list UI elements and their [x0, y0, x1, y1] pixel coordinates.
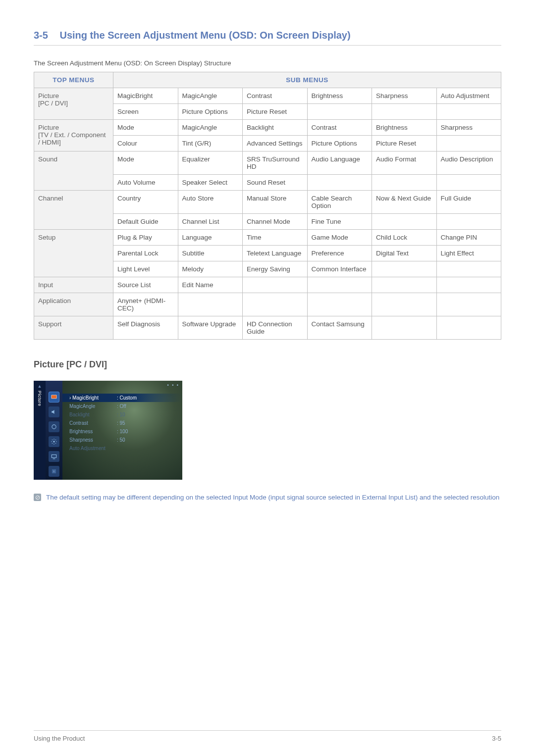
sub-menu-cell: Channel List	[178, 214, 243, 230]
sub-menu-cell: Change PIN	[436, 230, 501, 246]
sub-menu-cell: Audio Description	[436, 151, 501, 175]
table-row: InputSource ListEdit Name	[34, 277, 501, 293]
sub-menu-cell: Brightness	[372, 120, 437, 136]
sub-menu-cell	[436, 175, 501, 191]
osd-body: • • • MagicBright: CustomMagicAngle: Off…	[62, 381, 182, 480]
sub-menu-cell: Anynet+ (HDMI-CEC)	[113, 293, 178, 316]
sub-menu-cell	[436, 214, 501, 230]
sub-menu-cell: Fine Tune	[307, 214, 372, 230]
svg-point-1	[52, 425, 56, 429]
th-sub-menus: SUB MENUS	[113, 72, 501, 88]
osd-structure-table: TOP MENUS SUB MENUS Picture [PC / DVI]Ma…	[34, 72, 501, 340]
sub-menu-cell: Auto Store	[178, 191, 243, 214]
sub-menu-cell: Picture Reset	[243, 104, 308, 120]
sub-menu-cell: Screen	[113, 104, 178, 120]
sub-menu-cell: Edit Name	[178, 277, 243, 293]
svg-point-2	[53, 441, 55, 443]
sub-menu-cell: Audio Language	[307, 151, 372, 175]
sub-menu-cell: SRS TruSurround HD	[243, 151, 308, 175]
osd-menu-item: Auto Adjustment	[62, 444, 182, 453]
sub-menu-cell: Teletext Language	[243, 246, 308, 261]
input-icon	[49, 451, 59, 462]
sub-menu-cell: Self Diagnosis	[113, 316, 178, 340]
sub-menu-cell	[307, 175, 372, 191]
sub-menu-cell	[243, 277, 308, 293]
osd-item-value: : Off	[117, 403, 126, 409]
top-menu-cell: Support	[34, 316, 113, 340]
sub-menu-cell: Cable Search Option	[307, 191, 372, 214]
osd-screenshot: ▲ Picture i • • • MagicBright: CustomMag…	[34, 381, 182, 480]
sub-menu-cell	[436, 104, 501, 120]
sub-menu-cell	[372, 316, 437, 340]
sub-menu-cell: MagicAngle	[178, 120, 243, 136]
subsection-heading: Picture [PC / DVI]	[34, 359, 501, 370]
sub-menu-cell: Melody	[178, 261, 243, 277]
sub-menu-cell: Plug & Play	[113, 230, 178, 246]
sub-menu-cell: Time	[243, 230, 308, 246]
sub-menu-cell	[372, 293, 437, 316]
osd-menu-item: Brightness: 100	[62, 427, 182, 436]
sub-menu-cell: Advanced Settings	[243, 136, 308, 151]
table-row: SupportSelf DiagnosisSoftware UpgradeHD …	[34, 316, 501, 340]
sub-menu-cell: Now & Next Guide	[372, 191, 437, 214]
sub-menu-cell: Light Effect	[436, 246, 501, 261]
channel-icon	[49, 421, 59, 432]
sub-menu-cell: Parental Lock	[113, 246, 178, 261]
sub-menu-cell: Speaker Select	[178, 175, 243, 191]
sub-menu-cell	[372, 261, 437, 277]
osd-item-label: Backlight	[69, 412, 117, 417]
sub-menu-cell: Equalizer	[178, 151, 243, 175]
osd-item-label: Contrast	[69, 420, 117, 426]
osd-icon-strip: i	[46, 381, 62, 480]
sub-menu-cell: HD Connection Guide	[243, 316, 308, 340]
sub-menu-cell: Contrast	[307, 120, 372, 136]
osd-item-value: : 10	[117, 412, 125, 417]
svg-rect-0	[52, 395, 57, 399]
sub-menu-cell	[436, 261, 501, 277]
sub-menu-cell: Mode	[113, 120, 178, 136]
sub-menu-cell: Game Mode	[307, 230, 372, 246]
section-title: 3-5 Using the Screen Adjustment Menu (OS…	[34, 30, 501, 46]
osd-item-label: MagicAngle	[69, 403, 117, 409]
note: The default setting may be different dep…	[34, 493, 501, 503]
sub-menu-cell: Sharpness	[372, 88, 437, 104]
page-footer: Using the Product 3-5	[34, 730, 501, 742]
top-menu-cell: Input	[34, 277, 113, 293]
picture-icon	[49, 392, 59, 403]
sub-menu-cell: Source List	[113, 277, 178, 293]
sub-menu-cell: Common Interface	[307, 261, 372, 277]
sub-menu-cell	[243, 293, 308, 316]
sub-menu-cell: Mode	[113, 151, 178, 175]
svg-line-7	[36, 496, 39, 499]
sub-menu-cell	[436, 136, 501, 151]
top-menu-cell: Setup	[34, 230, 113, 277]
table-row: ChannelCountryAuto StoreManual StoreCabl…	[34, 191, 501, 214]
osd-menu-item: Contrast: 95	[62, 419, 182, 427]
sub-menu-cell: Picture Options	[307, 136, 372, 151]
sound-icon	[49, 406, 59, 417]
osd-sidebar-label: Picture	[37, 391, 42, 406]
section-number: 3-5	[34, 30, 48, 41]
sub-menu-cell	[372, 277, 437, 293]
osd-menu-item: MagicAngle: Off	[62, 402, 182, 410]
sub-menu-cell	[372, 104, 437, 120]
sub-menu-cell: Picture Reset	[372, 136, 437, 151]
svg-text:i: i	[54, 470, 54, 473]
sub-menu-cell: Tint (G/R)	[178, 136, 243, 151]
table-row: Picture [TV / Ext. / Component / HDMI]Mo…	[34, 120, 501, 136]
top-menu-cell: Channel	[34, 191, 113, 230]
sub-menu-cell: Backlight	[243, 120, 308, 136]
sub-menu-cell: MagicAngle	[178, 88, 243, 104]
sub-menu-cell	[372, 214, 437, 230]
table-row: ApplicationAnynet+ (HDMI-CEC)	[34, 293, 501, 316]
sub-menu-cell: Brightness	[307, 88, 372, 104]
top-menu-cell: Sound	[34, 151, 113, 191]
sub-menu-cell: Channel Mode	[243, 214, 308, 230]
osd-item-value: : 50	[117, 437, 125, 443]
osd-item-label: Sharpness	[69, 437, 117, 443]
osd-item-label: Brightness	[69, 429, 117, 434]
sub-menu-cell: Auto Adjustment	[436, 88, 501, 104]
top-menu-cell: Application	[34, 293, 113, 316]
osd-menu-item: MagicBright: Custom	[62, 394, 182, 402]
top-menu-cell: Picture [PC / DVI]	[34, 88, 113, 120]
